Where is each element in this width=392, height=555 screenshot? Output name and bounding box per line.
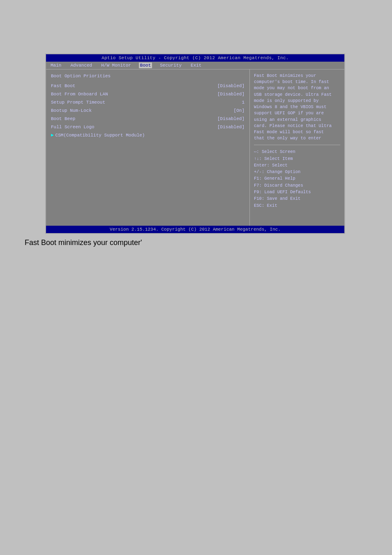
boot-lan-label: Boot From Onboard LAN <box>51 92 108 97</box>
full-screen-logo-label: Full Screen Logo <box>51 125 95 130</box>
menu-item-advanced[interactable]: Advanced <box>69 62 93 68</box>
key-enter: Enter: Select <box>254 162 340 169</box>
boot-beep-value: [Disabled] <box>217 116 244 121</box>
help-description: Fast Boot minimizes your computer's boot… <box>254 73 340 141</box>
full-screen-logo-value: [Disabled] <box>217 125 244 130</box>
bootup-numlock-row[interactable]: Bootup Num-Lock [On] <box>51 108 244 113</box>
bios-footer: Version 2.15.1234. Copyright (C) 2012 Am… <box>46 226 344 233</box>
bios-content: Boot Option Priorities Fast Boot [Disabl… <box>46 69 344 226</box>
key-select-item: ↑↓: Select Item <box>254 155 340 162</box>
key-select-screen: ↔: Select Screen <box>254 148 340 155</box>
csm-label: CSM(Compatibility Support Module) <box>55 133 145 138</box>
bootup-numlock-label: Bootup Num-Lock <box>51 108 92 113</box>
boot-lan-value: [Disabled] <box>217 92 244 97</box>
help-divider <box>254 145 340 145</box>
menu-item-security[interactable]: Security <box>159 62 183 68</box>
key-esc: ESC: Exit <box>254 202 340 209</box>
key-discard-changes: F7: Discard Changes <box>254 182 340 189</box>
menu-item-boot[interactable]: Boot <box>139 62 152 68</box>
bios-left-panel: Boot Option Priorities Fast Boot [Disabl… <box>46 69 250 226</box>
boot-lan-row[interactable]: Boot From Onboard LAN [Disabled] <box>51 92 244 97</box>
key-save-exit: F10: Save and Exit <box>254 195 340 202</box>
bios-title: Aptio Setup Utility - Copyright (C) 2012… <box>46 54 344 62</box>
setup-prompt-value: 1 <box>242 100 244 105</box>
arrow-icon: ► <box>51 133 54 138</box>
below-caption: Fast Boot minimizes your computer' <box>25 238 142 247</box>
fast-boot-row[interactable]: Fast Boot [Disabled] <box>51 83 244 88</box>
bios-window: Aptio Setup Utility - Copyright (C) 2012… <box>45 53 345 234</box>
fast-boot-label: Fast Boot <box>51 83 75 88</box>
menu-item-main[interactable]: Main <box>49 62 62 68</box>
help-keys: ↔: Select Screen ↑↓: Select Item Enter: … <box>254 148 340 208</box>
key-load-defaults: F9: Load UEFI Defaults <box>254 189 340 195</box>
menu-item-hwmonitor[interactable]: H/W Monitor <box>100 62 132 68</box>
full-screen-logo-row[interactable]: Full Screen Logo [Disabled] <box>51 125 244 130</box>
menu-item-exit[interactable]: Exit <box>189 62 203 68</box>
boot-beep-label: Boot Beep <box>51 116 75 121</box>
key-general-help: F1: General Help <box>254 175 340 182</box>
section-title: Boot Option Priorities <box>51 74 244 79</box>
csm-submenu-item[interactable]: ► CSM(Compatibility Support Module) <box>51 133 244 138</box>
setup-prompt-label: Setup Prompt Timeout <box>51 100 105 105</box>
setup-prompt-row[interactable]: Setup Prompt Timeout 1 <box>51 100 244 105</box>
bios-right-panel: Fast Boot minimizes your computer's boot… <box>250 69 344 226</box>
key-change-option: +/-: Change Option <box>254 169 340 175</box>
boot-beep-row[interactable]: Boot Beep [Disabled] <box>51 116 244 121</box>
fast-boot-value: [Disabled] <box>217 83 244 88</box>
bios-menu-bar: Main Advanced H/W Monitor Boot Security … <box>46 62 344 69</box>
bootup-numlock-value: [On] <box>234 108 244 113</box>
